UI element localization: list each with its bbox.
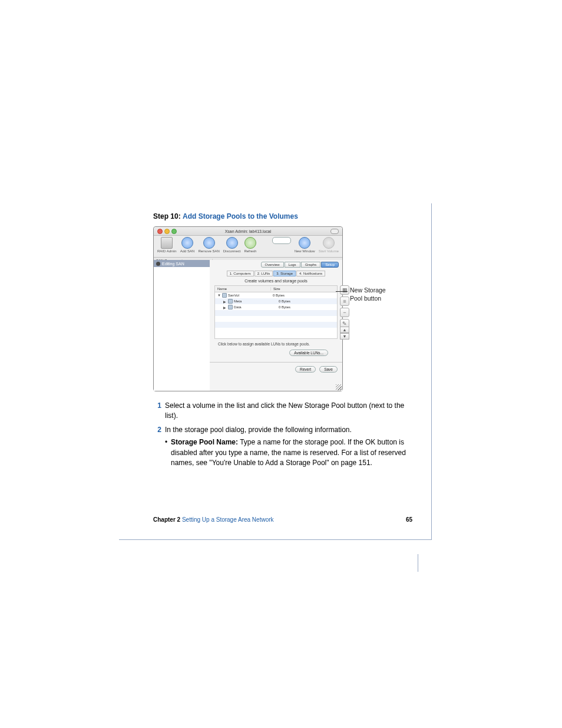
tab-graphs[interactable]: Graphs (301, 262, 321, 268)
toolbar-toggle-icon[interactable] (330, 229, 339, 234)
callout-label: New Storage Pool button (350, 286, 386, 302)
step-title: Add Storage Pools to the Volumes (183, 212, 298, 220)
tab-setup[interactable]: Setup (321, 262, 339, 268)
col-name: Name (215, 287, 271, 291)
item-number: 2 (153, 425, 161, 469)
refresh-icon (244, 237, 256, 249)
new-volume-button[interactable]: ▦ (340, 285, 349, 295)
tab-logs[interactable]: Logs (285, 262, 300, 268)
refresh-button[interactable]: Refresh (244, 237, 256, 253)
step-storage[interactable]: 3. Storage (273, 271, 296, 276)
remove-san-icon (203, 237, 215, 249)
disclosure-icon[interactable]: ▶ (223, 299, 227, 304)
list-row[interactable]: ▼SanVol 0 Bytes (215, 292, 337, 298)
page: Step 10: Add Storage Pools to the Volume… (0, 0, 562, 728)
volume-icon (222, 293, 227, 298)
raid-admin-button[interactable]: RAID Admin (157, 237, 177, 253)
setup-steps: 1. Computers 2. LUNs 3. Storage 4. Notif… (210, 271, 342, 276)
step-computers[interactable]: 1. Computers (227, 271, 254, 276)
list-row (215, 310, 337, 316)
window-title: Xsan Admin: lab413.local (225, 229, 272, 233)
traffic-lights[interactable] (157, 229, 177, 234)
app-window: Xsan Admin: lab413.local RAID Admin Add … (153, 226, 343, 391)
status-dot-icon (156, 262, 160, 266)
list-header: Name Size (214, 285, 338, 292)
disconnect-icon (226, 237, 238, 249)
footer-left: Chapter 2 Setting Up a Storage Area Netw… (153, 516, 274, 523)
step-number: Step 10: (153, 212, 181, 220)
move-down-button[interactable]: ▼ (340, 333, 349, 340)
chapter-title: Setting Up a Storage Area Network (182, 516, 274, 523)
item-text: Select a volume in the list and click th… (165, 401, 412, 421)
search-input[interactable] (272, 237, 291, 244)
tab-overview[interactable]: Overview (261, 262, 284, 268)
disclosure-icon[interactable]: ▶ (223, 305, 227, 309)
add-san-icon (181, 237, 193, 249)
remove-san-button[interactable]: Remove SAN (198, 237, 219, 253)
start-volume-button: Start Volume (319, 237, 339, 253)
list-row (215, 328, 337, 334)
item-text: In the storage pool dialog, provide the … (165, 426, 352, 434)
add-san-button[interactable]: Add SAN (180, 237, 195, 253)
page-content: Step 10: Add Storage Pools to the Volume… (153, 212, 412, 472)
minimize-icon[interactable] (164, 229, 170, 234)
step-notifications[interactable]: 4. Notifications (296, 271, 325, 276)
reorder-arrows: ▲ ▼ (340, 327, 348, 340)
revert-button[interactable]: Revert (295, 366, 316, 373)
page-tick (418, 554, 418, 572)
sub-item-label: Storage Pool Name: (171, 438, 238, 446)
available-luns-wrap: Available LUNs... (210, 350, 328, 356)
list-row[interactable]: ▶Data 0 Bytes (215, 304, 337, 310)
new-storage-pool-button[interactable]: ≡ (340, 297, 349, 306)
callout-line (336, 291, 348, 292)
move-up-button[interactable]: ▲ (340, 327, 349, 333)
resize-handle-icon[interactable] (336, 384, 342, 390)
instruction-item: 2 In the storage pool dialog, provide th… (153, 425, 412, 469)
save-button[interactable]: Save (319, 366, 338, 373)
panel-subtitle: Create volumes and storage pools (210, 279, 342, 283)
disconnect-button[interactable]: Disconnect (223, 237, 241, 253)
instruction-item: 1 Select a volume in the list and click … (153, 401, 412, 421)
list-row (215, 322, 337, 328)
remove-button[interactable]: − (340, 308, 349, 317)
toolbar: RAID Admin Add SAN Remove SAN Disconnect… (154, 236, 342, 258)
sub-item: Storage Pool Name: Type a name for the s… (165, 437, 412, 468)
sub-list: Storage Pool Name: Type a name for the s… (165, 437, 412, 468)
item-number: 1 (153, 401, 161, 421)
page-number: 65 (406, 516, 412, 523)
new-window-button[interactable]: New Window (295, 237, 315, 253)
raid-admin-icon (161, 237, 173, 249)
pool-icon (228, 305, 233, 309)
sidebar-item-editing-san[interactable]: Editing SAN (154, 260, 210, 267)
view-tabs: Overview Logs Graphs Setup (210, 260, 342, 269)
list-row (215, 316, 337, 322)
screenshot-wrapper: Xsan Admin: lab413.local RAID Admin Add … (153, 226, 412, 391)
disclosure-icon[interactable]: ▼ (217, 294, 221, 297)
search-wrap (260, 237, 290, 245)
instruction-list: 1 Select a volume in the list and click … (153, 401, 412, 468)
volume-list: Name Size ▼SanVol 0 Bytes ▶Meta 0 Bytes (214, 285, 338, 338)
chapter-label: Chapter 2 (153, 516, 180, 523)
start-volume-icon (323, 237, 335, 249)
page-footer: Chapter 2 Setting Up a Storage Area Netw… (153, 516, 412, 523)
new-window-icon (299, 237, 310, 249)
pool-icon (228, 299, 233, 304)
main-panel: Overview Logs Graphs Setup 1. Computers … (210, 260, 342, 391)
close-icon[interactable] (157, 229, 163, 234)
col-size: Size (271, 287, 337, 291)
list-row[interactable]: ▶Meta 0 Bytes (215, 298, 337, 304)
hint-text: Click below to assign available LUNs to … (210, 342, 342, 346)
zoom-icon[interactable] (171, 229, 177, 234)
step-luns[interactable]: 2. LUNs (254, 271, 273, 276)
sidebar: Editing SAN (154, 260, 210, 391)
window-titlebar: Xsan Admin: lab413.local (154, 227, 342, 236)
action-bar: Revert Save (210, 362, 342, 376)
list-body[interactable]: ▼SanVol 0 Bytes ▶Meta 0 Bytes ▶Data 0 By… (214, 292, 338, 339)
step-heading: Step 10: Add Storage Pools to the Volume… (153, 212, 412, 220)
available-luns-button[interactable]: Available LUNs... (289, 350, 328, 356)
